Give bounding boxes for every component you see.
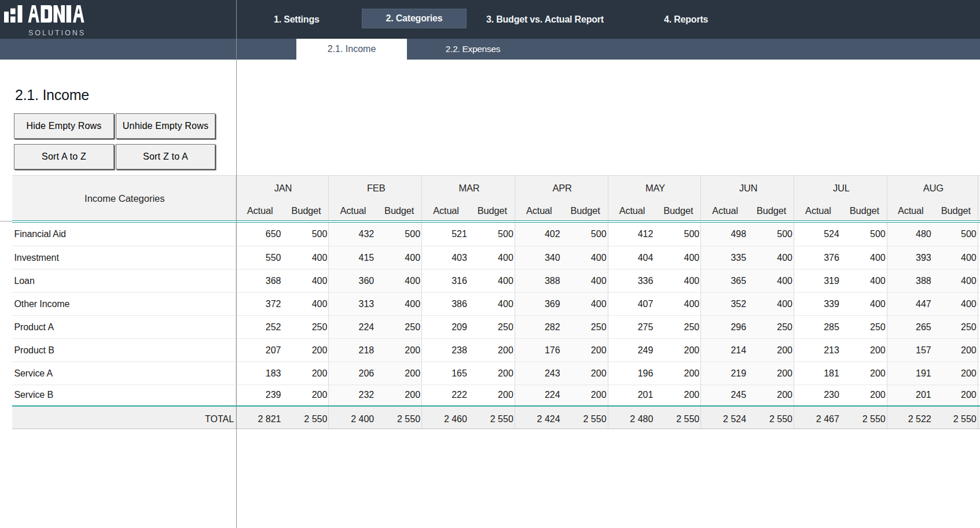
svg-text:SOLUTIONS: SOLUTIONS [28,29,84,37]
